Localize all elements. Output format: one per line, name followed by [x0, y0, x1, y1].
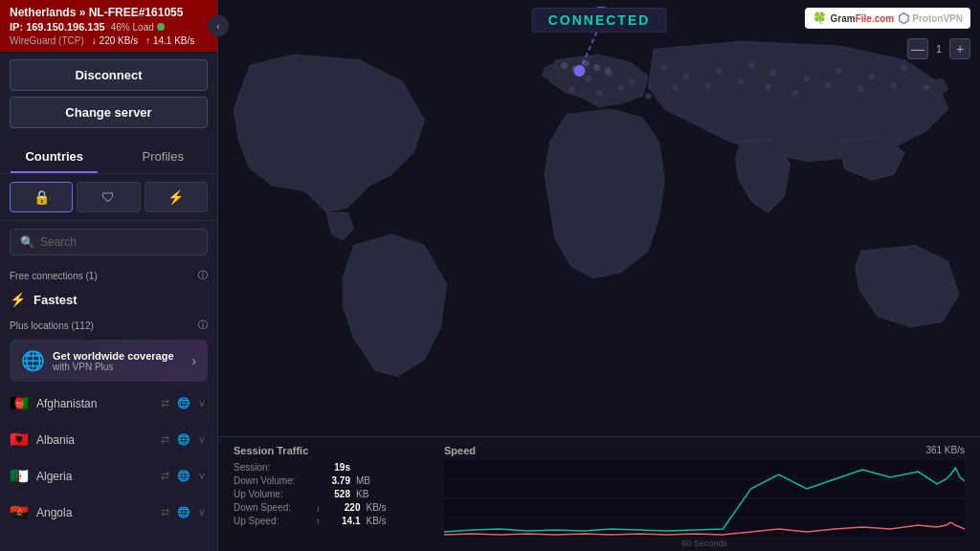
fastest-item[interactable]: ⚡ Fastest: [0, 286, 217, 313]
map-zoom-controls: — 1 +: [907, 38, 970, 59]
free-connections-info-icon[interactable]: ⓘ: [198, 269, 208, 282]
change-server-button[interactable]: Change server: [10, 97, 208, 128]
svg-point-30: [605, 68, 612, 75]
svg-point-21: [792, 89, 799, 96]
down-arrow-icon: ↓: [316, 503, 321, 513]
zoom-in-button[interactable]: +: [949, 38, 970, 59]
disconnect-button[interactable]: Disconnect: [10, 59, 208, 91]
server-name: Netherlands » NL-FREE#161055: [10, 6, 208, 19]
globe-icon-albania[interactable]: 🌐: [175, 431, 192, 448]
ip-address: IP: 169.150.196.135: [10, 21, 105, 33]
globe-icon-angola[interactable]: 🌐: [175, 504, 192, 520]
expand-icon-angola[interactable]: ∨: [196, 504, 208, 520]
country-actions-angola: ⇄ 🌐 ∨: [159, 504, 208, 520]
filter-lock-button[interactable]: 🔒: [10, 182, 73, 212]
connections-list: Free connections (1) ⓘ ⚡ Fastest Plus lo…: [0, 263, 217, 551]
connect-icon-afghanistan[interactable]: ⇄: [159, 395, 171, 411]
vpn-plus-banner[interactable]: 🌐 Get worldwide coverage with VPN Plus ›: [10, 340, 208, 382]
country-name-albania: Albania: [36, 433, 151, 447]
session-stats: Session Traffic Session: 19s Down Volume…: [234, 445, 425, 543]
svg-point-26: [561, 62, 568, 69]
tab-countries[interactable]: Countries: [0, 140, 109, 173]
down-speed-row: Down Speed: ↓ 220 KB/s: [234, 502, 425, 513]
up-volume-row: Up Volume: 528 KB: [234, 489, 425, 499]
gramfile-leaf-icon: 🍀: [813, 11, 827, 25]
connected-status: CONNECTED: [532, 8, 667, 33]
filter-bolt-button[interactable]: ⚡: [145, 182, 208, 212]
flag-angola: 🇦🇴: [10, 503, 29, 521]
globe-icon-afghanistan[interactable]: 🌐: [175, 395, 192, 411]
tab-profiles[interactable]: Profiles: [109, 140, 218, 173]
banner-arrow-icon: ›: [191, 353, 196, 368]
up-speed-label: Up Speed:: [234, 516, 310, 526]
up-volume-value: 528: [316, 489, 350, 499]
country-item-algeria[interactable]: 🇩🇿 Algeria ⇄ 🌐 ∨: [0, 458, 217, 495]
flag-algeria: 🇩🇿: [10, 467, 29, 485]
svg-point-19: [738, 78, 745, 85]
gramfile-badge: 🍀 GramFile.com ⬡ ProtonVPN: [805, 8, 970, 29]
svg-point-9: [803, 76, 810, 82]
gramfile-text: GramFile.com: [831, 13, 895, 24]
svg-point-6: [716, 68, 723, 75]
down-volume-row: Down Volume: 3.79 MB: [234, 475, 425, 486]
expand-icon-algeria[interactable]: ∨: [196, 468, 208, 484]
country-name-afghanistan: Afghanistan: [36, 397, 151, 410]
connection-header: Netherlands » NL-FREE#161055 IP: 169.150…: [0, 0, 217, 52]
up-speed-row: Up Speed: ↑ 14.1 KB/s: [234, 516, 425, 526]
search-input[interactable]: [40, 235, 197, 249]
expand-icon-albania[interactable]: ∨: [196, 431, 208, 448]
banner-text: Get worldwide coverage with VPN Plus: [53, 350, 184, 372]
down-volume-value: 3.79: [316, 475, 350, 486]
svg-point-4: [661, 64, 668, 71]
up-volume-label: Up Volume:: [234, 489, 310, 499]
svg-point-23: [858, 86, 864, 93]
connect-icon-albania[interactable]: ⇄: [159, 431, 171, 448]
load-badge: 46% Load: [111, 22, 165, 33]
svg-point-3: [629, 78, 635, 85]
svg-point-12: [902, 64, 908, 71]
expand-icon-afghanistan[interactable]: ∨: [196, 395, 208, 411]
country-item-albania[interactable]: 🇦🇱 Albania ⇄ 🌐 ∨: [0, 422, 217, 458]
down-speed-label: Down Speed:: [234, 502, 310, 513]
load-dot: [157, 23, 165, 31]
connect-icon-algeria[interactable]: ⇄: [159, 468, 171, 484]
banner-title: Get worldwide coverage: [53, 350, 184, 362]
globe-icon: 🌐: [21, 349, 45, 372]
globe-icon-algeria[interactable]: 🌐: [175, 468, 192, 484]
chart-area: [444, 460, 965, 537]
zoom-level: 1: [936, 43, 942, 55]
svg-point-24: [890, 82, 897, 89]
tab-bar: Countries Profiles: [0, 140, 217, 174]
fastest-icon: ⚡: [10, 292, 26, 307]
svg-point-18: [705, 82, 712, 89]
svg-point-14: [596, 89, 603, 96]
lock-icon: 🔒: [33, 189, 50, 205]
country-actions-albania: ⇄ 🌐 ∨: [159, 431, 208, 448]
session-row: Session: 19s: [234, 462, 425, 473]
flag-afghanistan: 🇦🇫: [10, 394, 29, 412]
down-speed-value: 220: [326, 502, 361, 513]
country-name-algeria: Algeria: [36, 470, 151, 483]
country-item-afghanistan[interactable]: 🇦🇫 Afghanistan ⇄ 🌐 ∨: [0, 386, 217, 422]
svg-point-29: [593, 64, 600, 71]
filter-shield-button[interactable]: 🛡: [77, 182, 140, 212]
down-volume-label: Down Volume:: [234, 475, 310, 486]
down-volume-unit: MB: [356, 475, 370, 486]
sidebar: Netherlands » NL-FREE#161055 IP: 169.150…: [0, 0, 218, 551]
collapse-button[interactable]: ‹: [208, 15, 229, 36]
country-actions-afghanistan: ⇄ 🌐 ∨: [159, 395, 208, 411]
up-speed-value: 14.1: [326, 516, 361, 526]
svg-point-17: [672, 84, 679, 91]
session-traffic-title: Session Traffic: [234, 445, 425, 456]
protonvpn-branding: ⬡ ProtonVPN: [898, 11, 963, 26]
zoom-out-button[interactable]: —: [907, 38, 928, 59]
down-speed-unit: KB/s: [367, 502, 387, 513]
chart-max-speed: 361 KB/s: [925, 445, 965, 456]
svg-point-11: [869, 73, 876, 79]
country-item-angola[interactable]: 🇦🇴 Angola ⇄ 🌐 ∨: [0, 495, 217, 531]
up-volume-unit: KB: [356, 489, 368, 499]
speed-chart: Speed 361 KB/s 60 Seconds: [444, 445, 965, 543]
connect-icon-angola[interactable]: ⇄: [159, 504, 171, 520]
plus-locations-info-icon[interactable]: ⓘ: [198, 319, 208, 332]
svg-point-25: [924, 84, 930, 91]
